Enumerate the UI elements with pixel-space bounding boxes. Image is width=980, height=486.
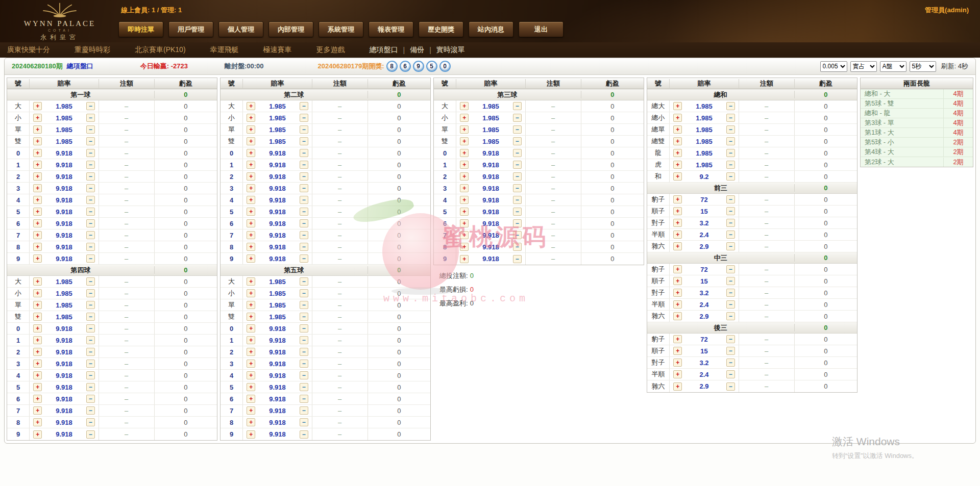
odds-decrease-button[interactable]: − [86, 196, 95, 204]
odds-increase-button[interactable]: + [247, 231, 255, 239]
odds-increase-button[interactable]: + [460, 172, 469, 181]
sub-nav-link[interactable]: 實時滾單 [436, 45, 465, 55]
odds-increase-button[interactable]: + [247, 395, 255, 403]
odds-increase-button[interactable]: + [33, 289, 42, 297]
sub-nav-item[interactable]: 北京賽車(PK10) [135, 45, 186, 55]
odds-increase-button[interactable]: + [247, 324, 255, 332]
sub-nav-link[interactable]: 總項盤口 [370, 45, 398, 55]
odds-increase-button[interactable]: + [247, 371, 255, 379]
odds-decrease-button[interactable]: − [300, 254, 308, 263]
odds-increase-button[interactable]: + [247, 289, 255, 297]
odds-increase-button[interactable]: + [673, 300, 682, 309]
odds-decrease-button[interactable]: − [300, 208, 308, 216]
odds-decrease-button[interactable]: − [513, 172, 522, 181]
odds-increase-button[interactable]: + [33, 149, 42, 157]
odds-decrease-button[interactable]: − [86, 114, 95, 122]
odds-increase-button[interactable]: + [33, 301, 42, 309]
odds-decrease-button[interactable]: − [726, 125, 735, 134]
odds-decrease-button[interactable]: − [300, 406, 308, 415]
odds-decrease-button[interactable]: − [513, 137, 522, 145]
odds-increase-button[interactable]: + [33, 231, 42, 239]
odds-decrease-button[interactable]: − [300, 430, 308, 439]
odds-decrease-button[interactable]: − [726, 172, 735, 181]
odds-increase-button[interactable]: + [33, 114, 42, 122]
odds-increase-button[interactable]: + [460, 208, 469, 216]
odds-decrease-button[interactable]: − [86, 406, 95, 415]
odds-increase-button[interactable]: + [247, 348, 255, 356]
odds-decrease-button[interactable]: − [726, 149, 735, 157]
odds-decrease-button[interactable]: − [300, 289, 308, 297]
odds-decrease-button[interactable]: − [513, 219, 522, 227]
sub-nav-link[interactable]: 備份 [410, 45, 424, 55]
odds-increase-button[interactable]: + [247, 137, 255, 145]
odds-increase-button[interactable]: + [33, 184, 42, 192]
odds-decrease-button[interactable]: − [86, 371, 95, 379]
odds-decrease-button[interactable]: − [300, 219, 308, 227]
odds-decrease-button[interactable]: − [726, 335, 735, 343]
nav-tab-系統管理[interactable]: 系統管理 [318, 21, 363, 37]
odds-decrease-button[interactable]: − [513, 255, 522, 263]
odds-increase-button[interactable]: + [673, 231, 682, 239]
odds-decrease-button[interactable]: − [86, 383, 95, 391]
odds-increase-button[interactable]: + [673, 102, 682, 110]
odds-decrease-button[interactable]: − [86, 102, 95, 110]
streak-row[interactable]: 第2球 - 大2期 [861, 157, 973, 167]
odds-decrease-button[interactable]: − [300, 184, 308, 192]
odds-increase-button[interactable]: + [460, 184, 469, 192]
streak-row[interactable]: 第3球 - 單4期 [861, 118, 973, 128]
odds-decrease-button[interactable]: − [726, 382, 735, 391]
odds-decrease-button[interactable]: − [300, 114, 308, 122]
odds-decrease-button[interactable]: − [86, 430, 95, 439]
odds-decrease-button[interactable]: − [86, 219, 95, 227]
odds-decrease-button[interactable]: − [513, 125, 522, 134]
odds-increase-button[interactable]: + [673, 289, 682, 297]
odds-increase-button[interactable]: + [247, 418, 255, 426]
odds-increase-button[interactable]: + [33, 137, 42, 145]
odds-decrease-button[interactable]: − [86, 161, 95, 169]
odds-decrease-button[interactable]: − [726, 137, 735, 145]
odds-increase-button[interactable]: + [247, 406, 255, 415]
odds-decrease-button[interactable]: − [513, 149, 522, 157]
odds-decrease-button[interactable]: − [300, 395, 308, 403]
odds-increase-button[interactable]: + [673, 312, 682, 320]
odds-decrease-button[interactable]: − [300, 243, 308, 251]
odds-decrease-button[interactable]: − [300, 277, 308, 286]
odds-increase-button[interactable]: + [673, 359, 682, 367]
odds-decrease-button[interactable]: − [86, 301, 95, 309]
odds-increase-button[interactable]: + [33, 348, 42, 356]
odds-increase-button[interactable]: + [247, 313, 255, 321]
odds-decrease-button[interactable]: − [300, 102, 308, 110]
nav-tab-退出[interactable]: 退出 [519, 21, 564, 37]
odds-increase-button[interactable]: + [247, 243, 255, 251]
odds-decrease-button[interactable]: − [726, 219, 735, 227]
odds-decrease-button[interactable]: − [513, 102, 522, 110]
odds-increase-button[interactable]: + [247, 149, 255, 157]
odds-decrease-button[interactable]: − [726, 231, 735, 239]
odds-increase-button[interactable]: + [33, 125, 42, 134]
odds-increase-button[interactable]: + [247, 383, 255, 391]
odds-decrease-button[interactable]: − [86, 348, 95, 356]
odds-increase-button[interactable]: + [460, 255, 469, 263]
odds-increase-button[interactable]: + [247, 336, 255, 344]
odds-increase-button[interactable]: + [460, 125, 469, 134]
odds-increase-button[interactable]: + [33, 383, 42, 391]
sub-nav-item[interactable]: 幸運飛艇 [210, 45, 239, 55]
odds-increase-button[interactable]: + [673, 207, 682, 215]
odds-increase-button[interactable]: + [460, 219, 469, 227]
odds-decrease-button[interactable]: − [86, 395, 95, 403]
odds-increase-button[interactable]: + [247, 102, 255, 110]
odds-decrease-button[interactable]: − [726, 312, 735, 320]
odds-decrease-button[interactable]: − [513, 184, 522, 192]
odds-decrease-button[interactable]: − [300, 418, 308, 426]
odds-increase-button[interactable]: + [673, 335, 682, 343]
odds-decrease-button[interactable]: − [513, 243, 522, 251]
odds-increase-button[interactable]: + [247, 254, 255, 263]
odds-decrease-button[interactable]: − [86, 254, 95, 263]
odds-decrease-button[interactable]: − [726, 242, 735, 250]
odds-decrease-button[interactable]: − [726, 102, 735, 110]
odds-decrease-button[interactable]: − [86, 243, 95, 251]
nav-tab-報表管理[interactable]: 報表管理 [369, 21, 413, 37]
odds-decrease-button[interactable]: − [300, 313, 308, 321]
odds-increase-button[interactable]: + [33, 172, 42, 181]
odds-decrease-button[interactable]: − [513, 114, 522, 122]
